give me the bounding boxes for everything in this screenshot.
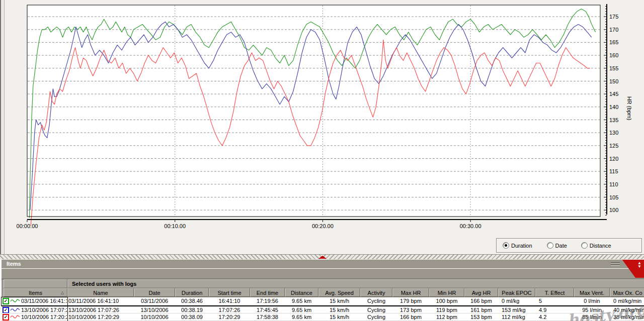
x-tick-label: 00:00.00 <box>17 223 38 229</box>
log-checkbox[interactable]: ✓ <box>3 298 9 304</box>
radio-label: Date <box>555 243 567 249</box>
y-tick-label: 145 <box>609 91 618 97</box>
splitter-collapse-icon[interactable] <box>318 256 327 259</box>
x-tick-label: 00:10.00 <box>164 223 186 229</box>
column-header-avg-speed[interactable]: Avg. Speed <box>318 288 360 297</box>
plot-background <box>27 5 600 217</box>
cell-avg-speed: 15 km/h <box>318 306 360 313</box>
log-curve-icon <box>10 298 20 303</box>
log-row-2[interactable]: ✓10/10/2006 17:20:2910/10/2006 17:20:291… <box>2 313 644 321</box>
y-tick-label: 100 <box>609 207 618 213</box>
log-item-label: 10/10/2006 17:20:29 <box>21 314 67 320</box>
table-header-row: Items△NameDateDurationStart timeEnd time… <box>2 288 644 297</box>
log-row-0[interactable]: ✓03/11/2006 16:41:1003/11/2006 16:41:100… <box>2 297 644 306</box>
items-panel-title: Items <box>7 261 21 267</box>
log-item-label: 03/11/2006 16:41:10 <box>21 298 67 304</box>
group-header-label: Selected users with logs <box>67 279 644 288</box>
radio-circle-icon[interactable] <box>503 242 509 249</box>
column-header-items[interactable]: Items△ <box>4 288 67 297</box>
log-curve-icon <box>10 307 20 312</box>
radio-circle-icon[interactable] <box>547 242 553 249</box>
cell-avg-speed: 15 km/h <box>318 313 360 320</box>
cell-end-time: 17:58:38 <box>250 313 285 320</box>
items-titlebar: Items <box>2 260 644 269</box>
cell-duration: 00:38.46 <box>175 297 209 305</box>
column-header-distance[interactable]: Distance <box>285 288 318 297</box>
cell-peak-epoc: 153 ml/kg <box>498 306 535 313</box>
column-header-name[interactable]: Name <box>67 288 134 297</box>
column-header-max-ox-co[interactable]: Max Ox. Co <box>610 288 644 297</box>
column-header-peak-epoc[interactable]: Peak EPOC <box>498 288 535 297</box>
cell-activity: Cycling <box>360 306 392 313</box>
radio-circle-icon[interactable] <box>581 242 588 249</box>
column-header-t-effect[interactable]: T. Effect <box>535 288 574 297</box>
cell-items: ✓03/11/2006 16:41:10 <box>2 297 67 305</box>
log-row-1[interactable]: ✓13/10/2006 17:07:2613/10/2006 17:07:261… <box>2 306 644 313</box>
y-tick-label: 140 <box>609 104 618 110</box>
cell-avg-speed: 15 km/h <box>318 297 360 305</box>
column-header-start-time[interactable]: Start time <box>209 288 250 297</box>
cell-name: 10/10/2006 17:20:29 <box>67 313 134 320</box>
cell-duration: 00:38.09 <box>175 313 209 320</box>
y-tick-label: 120 <box>609 156 618 162</box>
cell-items: ✓10/10/2006 17:20:29 <box>2 313 67 320</box>
radio-duration[interactable]: Duration <box>503 242 532 249</box>
training-app-window: 1001051101151201251301351401451501551601… <box>0 0 644 321</box>
cell-avg-hr: 161 bpm <box>464 306 498 313</box>
table-rows-area: ✓03/11/2006 16:41:1003/11/2006 16:41:100… <box>2 297 644 321</box>
cell-start-time: 17:07:26 <box>209 306 250 313</box>
cell-max-hr: 173 bpm <box>392 306 429 313</box>
x-axis-mode-group: DurationDateDistance <box>496 238 642 253</box>
column-header-avg-hr[interactable]: Avg HR <box>464 288 498 297</box>
log-checkbox[interactable]: ✓ <box>3 314 9 320</box>
log-checkbox[interactable]: ✓ <box>3 307 9 313</box>
column-header-activity[interactable]: Activity <box>360 288 392 297</box>
cell-date: 03/11/2006 <box>134 297 175 305</box>
splitter-hatch-left <box>0 255 322 259</box>
log-curve-icon <box>10 314 20 319</box>
group-header-blank-cell <box>4 279 67 288</box>
items-toolbar-strip <box>2 269 644 279</box>
cell-activity: Cycling <box>360 313 392 320</box>
up-down-arrows-icon: ▲▼ <box>637 261 641 268</box>
radio-label: Distance <box>590 243 611 249</box>
items-panel: Items ▲▼ Selected users with logs Items△… <box>0 260 644 321</box>
cell-end-time: 17:19:56 <box>250 297 285 305</box>
column-header-duration[interactable]: Duration <box>175 288 209 297</box>
cell-start-time: 17:20:29 <box>209 313 250 320</box>
column-header-max-hr[interactable]: Max HR <box>392 288 429 297</box>
cell-end-time: 17:45:45 <box>250 306 285 313</box>
y-tick-label: 160 <box>609 52 618 58</box>
radio-label: Duration <box>511 243 532 249</box>
y-tick-label: 130 <box>609 130 618 136</box>
y-tick-label: 125 <box>609 143 618 149</box>
column-header-end-time[interactable]: End time <box>250 288 285 297</box>
y-tick-label: 135 <box>609 117 618 123</box>
cell-name: 13/10/2006 17:07:26 <box>67 306 134 313</box>
cell-min-hr: 119 bpm <box>429 306 464 313</box>
cell-distance: 9.65 km <box>285 297 318 305</box>
x-tick-label: 00:20.00 <box>312 223 334 229</box>
cell-min-hr: 100 bpm <box>429 297 464 305</box>
column-header-max-vent-[interactable]: Max Vent. <box>574 288 610 297</box>
y-tick-label: 150 <box>609 78 618 84</box>
column-header-min-hr[interactable]: Min HR <box>429 288 464 297</box>
cell-distance: 9.65 km <box>285 313 318 320</box>
y-tick-label: 175 <box>609 14 618 20</box>
y-tick-label: 155 <box>609 65 618 71</box>
cell-items: ✓13/10/2006 17:07:26 <box>2 306 67 313</box>
sort-indicator-icon: △ <box>61 290 64 295</box>
y-tick-label: 115 <box>609 168 618 174</box>
cell-peak-epoc: 0 ml/kg <box>498 297 535 305</box>
cell-max-hr: 166 bpm <box>392 313 429 320</box>
panel-grip-icon[interactable] <box>611 262 620 266</box>
table-group-header-row: Selected users with logs <box>2 279 644 288</box>
radio-distance[interactable]: Distance <box>581 242 611 249</box>
radio-date[interactable]: Date <box>547 242 567 249</box>
column-header-date[interactable]: Date <box>134 288 175 297</box>
frozen-column-divider <box>67 297 68 321</box>
cell-avg-hr: 166 bpm <box>464 297 498 305</box>
logs-table: Selected users with logs Items△NameDateD… <box>2 279 644 321</box>
hr-chart: 1001051101151201251301351401451501551601… <box>0 0 644 238</box>
cell-max-hr: 179 bpm <box>392 297 429 305</box>
